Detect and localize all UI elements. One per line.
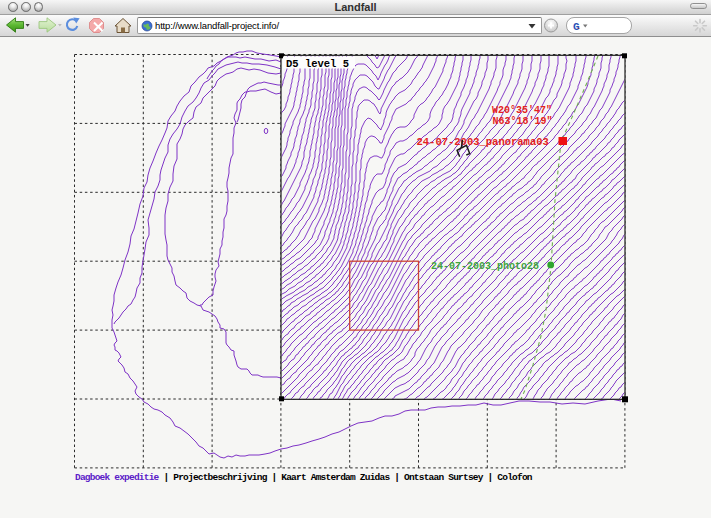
svg-text:.: . [577,22,582,31]
svg-text:D5 level 5: D5 level 5 [286,58,349,70]
svg-text:W20°35'47": W20°35'47" [492,105,552,116]
svg-text:24-07-2003_panorama03: 24-07-2003_panorama03 [417,136,549,148]
svg-text:N63°18'19": N63°18'19" [493,116,553,127]
svg-text:24-07-2003_photo28: 24-07-2003_photo28 [431,261,539,272]
